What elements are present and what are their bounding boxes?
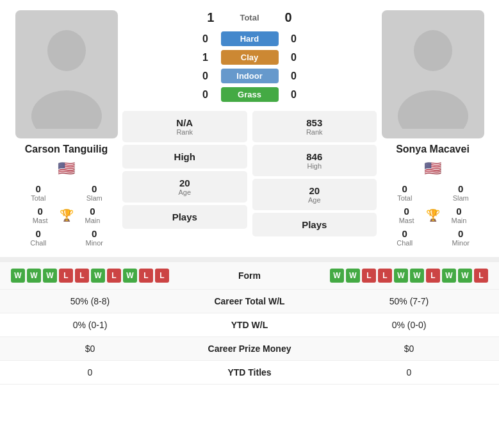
- left-rank-val: N/A: [129, 117, 241, 128]
- titles-label: YTD Titles: [170, 367, 329, 377]
- hard-right: 0: [286, 33, 302, 45]
- right-main: 0 Main: [452, 206, 467, 224]
- left-form-w2: W: [27, 269, 41, 283]
- left-mast: 0 Mast: [33, 206, 48, 224]
- left-age-lbl: Age: [129, 188, 241, 196]
- svg-point-1: [31, 90, 102, 129]
- titles-left: 0: [10, 367, 170, 377]
- left-total-val: 0 Total: [10, 183, 67, 202]
- grass-badge: Grass: [221, 87, 279, 102]
- right-form-w3: W: [394, 269, 408, 283]
- right-age-lbl: Age: [259, 196, 371, 204]
- stat-row-career-total: 50% (8-8) Career Total W/L 50% (7-7): [0, 290, 499, 313]
- right-form-l3: L: [426, 269, 440, 283]
- prize-left: $0: [10, 344, 170, 354]
- right-high-lbl: High: [259, 162, 371, 170]
- left-player-photo: [15, 10, 118, 138]
- total-label: Total: [240, 13, 259, 22]
- right-form-w4: W: [410, 269, 424, 283]
- left-high-box: High: [122, 145, 247, 169]
- surface-scores: 0 Hard 0 1 Clay 0 0 Indoor 0: [122, 31, 377, 106]
- right-player-name: Sonya Macavei: [396, 144, 470, 155]
- left-form-l4: L: [139, 269, 153, 283]
- right-rank-lbl: Rank: [259, 128, 371, 136]
- clay-right: 0: [286, 52, 302, 63]
- right-player-stats: 0 Total 0 Slam 0 Mast 🏆 0 Main: [377, 183, 489, 247]
- right-trophy-icon: 🏆: [426, 208, 440, 222]
- prize-label: Career Prize Money: [170, 344, 329, 354]
- indoor-left: 0: [198, 71, 213, 82]
- center-area: 1 Total 0 0 Hard 0 1 Clay 0: [122, 10, 377, 236]
- right-slam-val: 0 Slam: [433, 183, 489, 202]
- surface-row-indoor: 0 Indoor 0: [122, 69, 377, 83]
- surface-row-hard: 0 Hard 0: [122, 31, 377, 46]
- left-player-name: Carson Tanguilig: [25, 144, 108, 155]
- right-form-l1: L: [362, 269, 376, 283]
- right-player-card: Sonya Macavei 🇺🇸 0 Total 0 Slam 0 Mast 🏆: [377, 10, 489, 247]
- form-row: W W W L L W L W L L Form W W L L W W L W…: [0, 262, 499, 290]
- right-trophy-row: 0 Mast 🏆 0 Main: [377, 206, 489, 224]
- hard-left: 0: [198, 33, 213, 45]
- left-form-l5: L: [155, 269, 169, 283]
- prize-right: $0: [329, 344, 489, 354]
- svg-point-0: [47, 30, 86, 71]
- right-form-w6: W: [458, 269, 472, 283]
- right-player-flag: 🇺🇸: [424, 160, 441, 177]
- stat-row-prize: $0 Career Prize Money $0: [0, 337, 499, 361]
- left-rank-box: N/A Rank: [122, 111, 247, 142]
- left-info-col: N/A Rank High 20 Age Plays: [122, 111, 247, 236]
- surface-row-clay: 1 Clay 0: [122, 50, 377, 65]
- right-player-photo: [382, 10, 484, 138]
- left-form-l1: L: [59, 269, 73, 283]
- left-slam-val: 0 Slam: [67, 183, 123, 202]
- clay-badge: Clay: [221, 50, 279, 65]
- left-age-box: 20 Age: [122, 171, 247, 203]
- right-form-badges: W W L L W W L W W L: [329, 269, 489, 283]
- right-plays-box: Plays: [252, 213, 377, 236]
- right-total-score: 0: [285, 10, 292, 25]
- left-form-w5: W: [123, 269, 137, 283]
- right-age-val: 20: [259, 185, 371, 196]
- indoor-badge: Indoor: [221, 69, 279, 83]
- right-mast: 0 Mast: [399, 206, 414, 224]
- total-score-row: 1 Total 0: [207, 10, 291, 25]
- left-plays-val: Plays: [129, 212, 241, 222]
- right-form-w1: W: [330, 269, 344, 283]
- ytd-label: YTD W/L: [170, 320, 329, 330]
- career-total-right: 50% (7-7): [329, 296, 489, 306]
- player-info-boxes: N/A Rank High 20 Age Plays: [122, 111, 377, 236]
- left-form-w3: W: [43, 269, 57, 283]
- ytd-right: 0% (0-0): [329, 320, 489, 330]
- right-rank-box: 853 Rank: [252, 111, 377, 142]
- right-form-w5: W: [442, 269, 456, 283]
- left-total-score: 1: [207, 10, 214, 25]
- right-chall-val: 0 Chall: [377, 228, 433, 247]
- main-container: Carson Tanguilig 🇺🇸 0 Total 0 Slam 0 Mas…: [0, 0, 499, 385]
- left-rank-lbl: Rank: [129, 128, 241, 136]
- svg-point-3: [398, 90, 468, 129]
- left-form-l2: L: [75, 269, 89, 283]
- left-age-val: 20: [129, 178, 241, 188]
- grass-left: 0: [198, 89, 213, 101]
- right-plays-val: Plays: [259, 219, 371, 230]
- stat-row-ytd: 0% (0-1) YTD W/L 0% (0-0): [0, 313, 499, 337]
- career-total-left: 50% (8-8): [10, 296, 170, 306]
- ytd-left: 0% (0-1): [10, 320, 170, 330]
- left-minor-val: 0 Minor: [67, 228, 123, 247]
- right-info-col: 853 Rank 846 High 20 Age Plays: [252, 111, 377, 236]
- left-player-flag: 🇺🇸: [58, 160, 75, 177]
- left-trophy-icon: 🏆: [60, 208, 74, 222]
- right-minor-val: 0 Minor: [433, 228, 489, 247]
- right-high-val: 846: [259, 151, 371, 162]
- right-form-w2: W: [346, 269, 360, 283]
- left-trophy-row: 0 Mast 🏆 0 Main: [10, 206, 122, 224]
- section-divider: [0, 257, 499, 262]
- right-total-val: 0 Total: [377, 183, 433, 202]
- svg-point-2: [414, 30, 452, 71]
- right-high-box: 846 High: [252, 145, 377, 176]
- left-high-val: High: [129, 151, 241, 162]
- left-form-w4: W: [91, 269, 105, 283]
- surface-row-grass: 0 Grass 0: [122, 87, 377, 102]
- right-age-box: 20 Age: [252, 179, 377, 210]
- titles-right: 0: [329, 367, 489, 377]
